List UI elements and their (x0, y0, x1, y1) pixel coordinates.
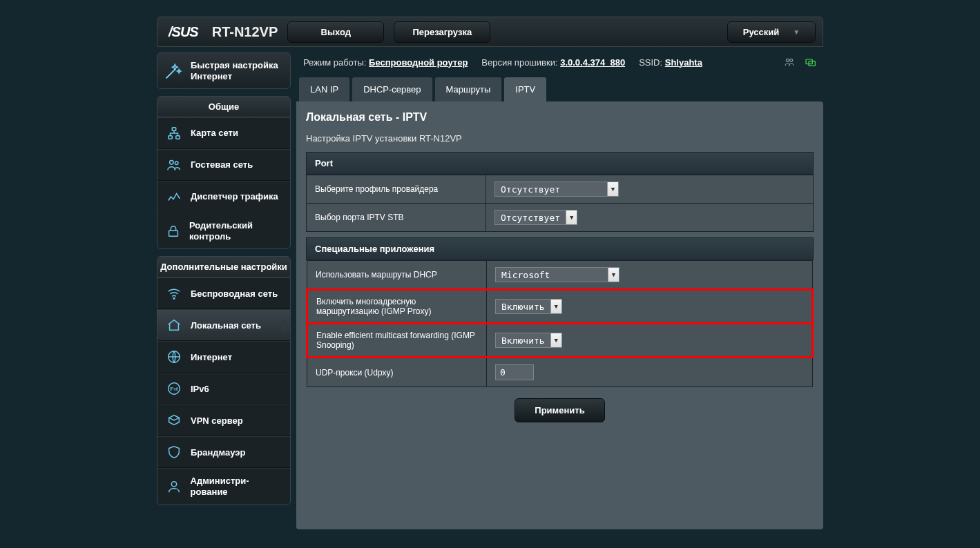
tab-iptv[interactable]: IPTV (504, 77, 546, 101)
svg-point-6 (173, 298, 175, 300)
page-desc: Настройка IPTV установки RT-N12VP (306, 133, 814, 144)
svg-rect-2 (176, 136, 180, 139)
menu-advanced-title: Дополнительные настройки (157, 257, 290, 277)
igmp-snoop-select[interactable]: Включить ▼ (495, 333, 562, 348)
chevron-down-icon: ▼ (607, 182, 618, 196)
sidebar-item-label: Гостевая сеть (191, 159, 253, 170)
row-igmp-snooping: Enable efficient multicast forwarding (I… (307, 324, 813, 358)
profile-label: Выберите профиль провайдера (307, 175, 486, 204)
lock-icon (166, 223, 181, 239)
section-special: Специальные приложения (306, 237, 814, 260)
sidebar-item-network-map[interactable]: Карта сети (157, 117, 290, 149)
sidebar: Быстрая настройка Интернет Общие Карта с… (157, 52, 291, 529)
sidebar-item-label: VPN сервер (191, 415, 243, 427)
sidebar-item-lan[interactable]: Локальная сеть (157, 309, 290, 341)
sidebar-item-label: Беспроводная сеть (191, 288, 278, 300)
sidebar-item-label: IPv6 (191, 384, 209, 395)
apply-button[interactable]: Применить (515, 398, 604, 422)
menu-advanced: Дополнительные настройки Беспроводная се… (157, 256, 291, 505)
row-provider-profile: Выберите профиль провайдера Отсутствует … (307, 175, 814, 204)
stb-label: Выбор порта IPTV STB (307, 204, 486, 232)
model-name: RT-N12VP (212, 24, 278, 40)
quick-setup-label: Быстрая настройка Интернет (191, 60, 278, 81)
stb-select[interactable]: Отсутствует ▼ (494, 210, 577, 225)
svg-point-11 (786, 59, 789, 61)
sidebar-item-vpn[interactable]: VPN сервер (157, 404, 290, 436)
mode-value[interactable]: Беспроводной роутер (369, 57, 468, 68)
logout-button[interactable]: Выход (287, 21, 384, 43)
wifi-icon (166, 285, 182, 302)
clients-icon[interactable] (783, 57, 796, 68)
sidebar-item-wireless[interactable]: Беспроводная сеть (157, 277, 290, 309)
guests-icon (166, 157, 182, 173)
vpn-icon (166, 412, 182, 429)
sidebar-item-firewall[interactable]: Брандмауэр (157, 436, 290, 468)
sidebar-item-label: Администри­рование (191, 476, 282, 497)
igmp-proxy-select[interactable]: Включить ▼ (495, 299, 562, 314)
logo: /SUS (164, 24, 202, 40)
chevron-down-icon: ▼ (608, 268, 619, 282)
tab-lan-ip[interactable]: LAN IP (299, 77, 349, 101)
ipv6-icon: IPv6 (166, 380, 182, 397)
tab-routes[interactable]: Маршруты (435, 77, 502, 101)
chevron-down-icon: ▼ (550, 333, 561, 347)
menu-general-title: Общие (157, 97, 290, 117)
shield-icon (166, 444, 182, 460)
chevron-down-icon: ▼ (550, 300, 561, 313)
sidebar-item-label: Брандмауэр (191, 447, 245, 458)
svg-point-4 (175, 162, 178, 165)
sidebar-item-guest-network[interactable]: Гостевая сеть (157, 149, 290, 181)
page-title: Локальная сеть - IPTV (306, 111, 814, 124)
svg-text:IPv6: IPv6 (170, 386, 179, 391)
fw-value[interactable]: 3.0.0.4.374_880 (560, 57, 625, 68)
sidebar-item-ipv6[interactable]: IPv6 IPv6 (157, 373, 290, 404)
globe-icon (166, 349, 182, 365)
dhcp-routes-select[interactable]: Microsoft ▼ (495, 267, 619, 282)
svg-rect-5 (169, 231, 178, 236)
svg-rect-13 (806, 59, 812, 64)
status-icon[interactable] (804, 57, 816, 68)
sidebar-item-label: Карта сети (191, 128, 238, 139)
status-bar: Режим работы: Беспроводной роутер Версия… (296, 52, 823, 77)
svg-point-12 (790, 59, 793, 61)
home-icon (166, 317, 182, 333)
tab-dhcp[interactable]: DHCP-сервер (352, 77, 432, 101)
row-stb-port: Выбор порта IPTV STB Отсутствует ▼ (307, 204, 814, 232)
igmp-snoop-label: Enable efficient multicast forwarding (I… (307, 324, 487, 358)
svg-rect-14 (809, 61, 815, 66)
section-port: Port (306, 152, 814, 175)
mode-label: Режим работы: (303, 57, 366, 68)
sidebar-item-admin[interactable]: Администри­рование (157, 468, 290, 504)
reboot-button[interactable]: Перезагрузка (394, 21, 490, 43)
svg-point-3 (170, 161, 174, 165)
special-table: Использовать маршруты DHCP Microsoft ▼ В… (306, 260, 814, 387)
row-udpxy: UDP-прокси (Udpxy) (307, 358, 813, 387)
wand-icon (163, 61, 184, 81)
tabs: LAN IP DHCP-сервер Маршруты IPTV (296, 77, 823, 101)
port-table: Выберите профиль провайдера Отсутствует … (306, 175, 814, 232)
sidebar-item-wan[interactable]: Интернет (157, 341, 290, 373)
traffic-icon (166, 188, 182, 205)
sidebar-item-label: Интернет (191, 352, 232, 363)
svg-point-10 (171, 482, 176, 487)
row-igmp-proxy: Включить многоадресную маршрутизацию (IG… (307, 290, 813, 324)
ssid-value[interactable]: Shlyahta (665, 57, 702, 68)
menu-general: Общие Карта сети Гостевая сеть (157, 96, 291, 249)
chevron-down-icon: ▼ (566, 211, 577, 224)
igmp-proxy-label: Включить многоадресную маршрутизацию (IG… (307, 290, 487, 324)
sidebar-item-label: Родительский контроль (189, 220, 282, 242)
svg-rect-1 (169, 136, 173, 139)
udpxy-input[interactable] (495, 364, 534, 380)
sidebar-item-traffic-manager[interactable]: Диспетчер трафика (157, 181, 290, 213)
row-dhcp-routes: Использовать маршруты DHCP Microsoft ▼ (307, 261, 813, 290)
content: Режим работы: Беспроводной роутер Версия… (296, 52, 823, 529)
profile-select[interactable]: Отсутствует ▼ (494, 182, 619, 197)
language-selector[interactable]: Русский ▼ (727, 21, 816, 43)
svg-rect-0 (172, 128, 176, 131)
dhcp-routes-label: Использовать маршруты DHCP (307, 261, 487, 290)
quick-setup-button[interactable]: Быстрая настройка Интернет (157, 52, 291, 89)
chevron-down-icon: ▼ (793, 28, 800, 36)
network-map-icon (166, 125, 182, 141)
admin-icon (166, 478, 182, 495)
sidebar-item-parental[interactable]: Родительский контроль (157, 213, 290, 248)
